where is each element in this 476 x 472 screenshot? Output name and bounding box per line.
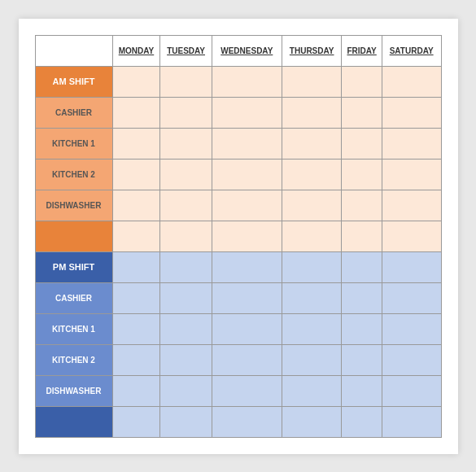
pm-dishwasher-thu[interactable] [282, 375, 342, 406]
pm-extra-fri[interactable] [342, 406, 382, 437]
am-kitchen2-thu[interactable] [282, 159, 342, 190]
pm-shift-thu[interactable] [282, 251, 342, 282]
am-dishwasher-row: DISHWASHER [35, 190, 441, 221]
am-shift-fri[interactable] [342, 66, 382, 97]
corner-cell [35, 35, 112, 66]
col-saturday: SATURDAY [382, 35, 441, 66]
pm-kitchen1-fri[interactable] [342, 313, 382, 344]
am-cashier-tue[interactable] [160, 97, 212, 128]
am-cashier-wed[interactable] [212, 97, 282, 128]
pm-kitchen1-sat[interactable] [382, 313, 441, 344]
am-kitchen1-thu[interactable] [282, 128, 342, 159]
am-extra-mon[interactable] [112, 221, 160, 251]
pm-kitchen1-tue[interactable] [160, 313, 212, 344]
pm-shift-tue[interactable] [160, 251, 212, 282]
pm-shift-label: PM SHIFT [35, 251, 112, 282]
am-cashier-mon[interactable] [112, 97, 160, 128]
pm-extra-thu[interactable] [282, 406, 342, 437]
pm-cashier-fri[interactable] [342, 282, 382, 313]
pm-cashier-row: CASHIER [35, 282, 441, 313]
pm-kitchen2-tue[interactable] [160, 344, 212, 375]
pm-shift-wed[interactable] [212, 251, 282, 282]
pm-cashier-sat[interactable] [382, 282, 441, 313]
am-kitchen2-label: KITCHEN 2 [35, 159, 112, 190]
pm-extra-sat[interactable] [382, 406, 441, 437]
am-extra-wed[interactable] [212, 221, 282, 251]
pm-kitchen2-row: KITCHEN 2 [35, 344, 441, 375]
am-cashier-sat[interactable] [382, 97, 441, 128]
am-kitchen1-mon[interactable] [112, 128, 160, 159]
pm-extra-row [35, 406, 441, 437]
am-kitchen1-tue[interactable] [160, 128, 212, 159]
pm-kitchen1-thu[interactable] [282, 313, 342, 344]
am-kitchen2-tue[interactable] [160, 159, 212, 190]
pm-dishwasher-wed[interactable] [212, 375, 282, 406]
am-kitchen1-row: KITCHEN 1 [35, 128, 441, 159]
pm-shift-row: PM SHIFT [35, 251, 441, 282]
pm-dishwasher-fri[interactable] [342, 375, 382, 406]
pm-dishwasher-sat[interactable] [382, 375, 441, 406]
am-extra-thu[interactable] [282, 221, 342, 251]
pm-cashier-thu[interactable] [282, 282, 342, 313]
am-kitchen1-wed[interactable] [212, 128, 282, 159]
am-shift-wed[interactable] [212, 66, 282, 97]
am-dishwasher-mon[interactable] [112, 190, 160, 221]
am-cashier-thu[interactable] [282, 97, 342, 128]
pm-extra-mon[interactable] [112, 406, 160, 437]
pm-shift-mon[interactable] [112, 251, 160, 282]
schedule-page: MONDAY TUESDAY WEDNESDAY THURSDAY FRIDAY… [19, 19, 458, 454]
pm-kitchen2-wed[interactable] [212, 344, 282, 375]
pm-kitchen1-mon[interactable] [112, 313, 160, 344]
am-extra-sat[interactable] [382, 221, 441, 251]
am-dishwasher-sat[interactable] [382, 190, 441, 221]
am-shift-tue[interactable] [160, 66, 212, 97]
am-extra-fri[interactable] [342, 221, 382, 251]
pm-extra-wed[interactable] [212, 406, 282, 437]
am-dishwasher-fri[interactable] [342, 190, 382, 221]
am-kitchen2-row: KITCHEN 2 [35, 159, 441, 190]
am-extra-row [35, 221, 441, 251]
col-wednesday: WEDNESDAY [212, 35, 282, 66]
pm-dishwasher-mon[interactable] [112, 375, 160, 406]
am-dishwasher-tue[interactable] [160, 190, 212, 221]
pm-kitchen2-fri[interactable] [342, 344, 382, 375]
pm-extra-tue[interactable] [160, 406, 212, 437]
col-thursday: THURSDAY [282, 35, 342, 66]
pm-dishwasher-row: DISHWASHER [35, 375, 441, 406]
pm-kitchen2-sat[interactable] [382, 344, 441, 375]
am-kitchen1-fri[interactable] [342, 128, 382, 159]
pm-kitchen1-row: KITCHEN 1 [35, 313, 441, 344]
am-dishwasher-thu[interactable] [282, 190, 342, 221]
col-monday: MONDAY [112, 35, 160, 66]
pm-cashier-wed[interactable] [212, 282, 282, 313]
am-kitchen1-label: KITCHEN 1 [35, 128, 112, 159]
am-kitchen2-sat[interactable] [382, 159, 441, 190]
am-shift-mon[interactable] [112, 66, 160, 97]
am-dishwasher-wed[interactable] [212, 190, 282, 221]
col-tuesday: TUESDAY [160, 35, 212, 66]
am-shift-sat[interactable] [382, 66, 441, 97]
pm-kitchen1-wed[interactable] [212, 313, 282, 344]
am-cashier-fri[interactable] [342, 97, 382, 128]
am-cashier-label: CASHIER [35, 97, 112, 128]
am-extra-tue[interactable] [160, 221, 212, 251]
pm-shift-fri[interactable] [342, 251, 382, 282]
pm-cashier-mon[interactable] [112, 282, 160, 313]
am-extra-label [35, 221, 112, 251]
pm-cashier-tue[interactable] [160, 282, 212, 313]
pm-dishwasher-tue[interactable] [160, 375, 212, 406]
am-shift-thu[interactable] [282, 66, 342, 97]
pm-kitchen1-label: KITCHEN 1 [35, 313, 112, 344]
am-shift-label: AM SHIFT [35, 66, 112, 97]
pm-kitchen2-mon[interactable] [112, 344, 160, 375]
pm-dishwasher-label: DISHWASHER [35, 375, 112, 406]
am-kitchen1-sat[interactable] [382, 128, 441, 159]
pm-extra-label [35, 406, 112, 437]
pm-shift-sat[interactable] [382, 251, 441, 282]
am-kitchen2-mon[interactable] [112, 159, 160, 190]
pm-kitchen2-thu[interactable] [282, 344, 342, 375]
am-shift-row: AM SHIFT [35, 66, 441, 97]
col-friday: FRIDAY [342, 35, 382, 66]
am-kitchen2-wed[interactable] [212, 159, 282, 190]
am-kitchen2-fri[interactable] [342, 159, 382, 190]
